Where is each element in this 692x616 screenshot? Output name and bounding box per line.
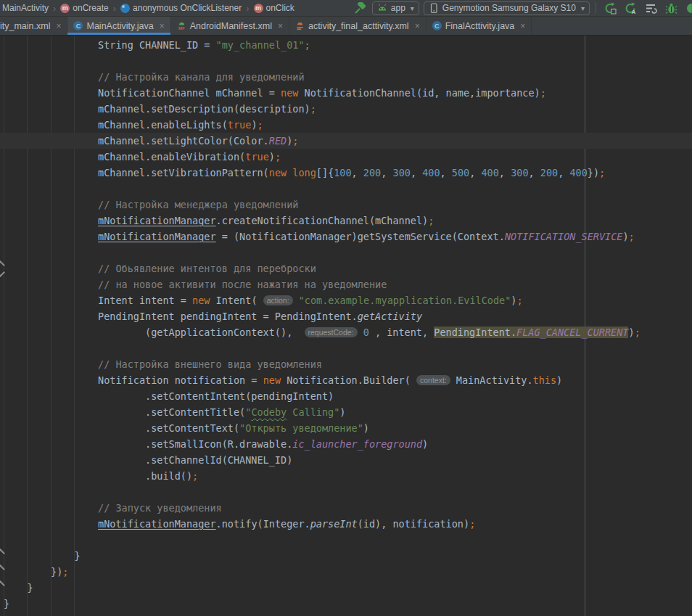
close-tab-icon[interactable]: × xyxy=(278,21,283,31)
breadcrumb: MainActivity › monCreate › anonymous OnC… xyxy=(0,3,295,14)
code-line: String CHANNEL_ID = "my_channel_01"; xyxy=(0,37,692,53)
code-line: mChannel.enableVibration(true); xyxy=(0,149,692,165)
device-label: Genymotion Samsung Galaxy S10 xyxy=(442,3,576,13)
tab-androidmanifest-xml[interactable]: MF AndroidManifest.xml × xyxy=(171,17,289,35)
main-toolbar: MainActivity › monCreate › anonymous OnC… xyxy=(0,0,692,17)
chevron-down-icon: ▾ xyxy=(411,4,414,12)
apply-code-changes-icon[interactable]: A xyxy=(622,1,638,15)
tab-finalacttivity-java[interactable]: C FinalActtivity.java × xyxy=(427,17,532,35)
code-line: mChannel.setDescription(description); xyxy=(0,101,692,117)
code-line: }); xyxy=(0,564,692,580)
tab-label: ity_main.xml xyxy=(0,21,50,31)
code-line xyxy=(0,484,692,500)
code-line: // Запуск уведомления xyxy=(0,500,692,516)
tab-activity-main-xml[interactable]: ity_main.xml × xyxy=(0,17,67,35)
chevron-separator-icon: › xyxy=(113,3,116,14)
code-line: mNotificationManager.createNotificationC… xyxy=(0,213,692,229)
code-line: mChannel.enableLights(true); xyxy=(0,117,692,133)
breadcrumb-label: onCreate xyxy=(73,3,108,13)
code-line: } xyxy=(0,548,692,564)
close-tab-icon[interactable]: × xyxy=(160,21,165,31)
tab-label: activity_final_acttivity.xml xyxy=(308,21,409,31)
tab-activity-final-acttivity-xml[interactable]: activity_final_acttivity.xml × xyxy=(289,17,427,35)
breadcrumb-item-onclick[interactable]: monClick xyxy=(253,3,295,13)
method-icon: m xyxy=(60,4,70,13)
android-icon xyxy=(377,4,387,12)
code-line: // на новое активити после нажатия на ув… xyxy=(0,276,692,292)
tab-mainactivity-java[interactable]: C MainActivity.java × xyxy=(67,17,170,35)
code-line: .setContentTitle("Codeby Calling") xyxy=(0,404,692,420)
device-select[interactable]: Genymotion Samsung Galaxy S10 ▾ xyxy=(424,1,590,15)
tab-label: AndroidManifest.xml xyxy=(190,21,272,31)
profile-icon[interactable] xyxy=(683,1,692,15)
code-line: .setChannelId(CHANNEL_ID) xyxy=(0,452,692,468)
xml-layout-file-icon xyxy=(295,21,305,30)
editor-tab-bar: ity_main.xml × C MainActivity.java × MF … xyxy=(0,17,692,36)
toolbar-divider xyxy=(596,2,596,14)
code-area: String CHANNEL_ID = "my_channel_01"; // … xyxy=(0,36,692,612)
code-line: mNotificationManager.notify(Integer.pars… xyxy=(0,516,692,532)
close-tab-icon[interactable]: × xyxy=(520,21,525,31)
run-list-icon[interactable] xyxy=(643,1,659,15)
manifest-file-icon: MF xyxy=(177,21,186,30)
code-line xyxy=(0,532,692,548)
code-line: // Настройка канала для уведомлений xyxy=(0,69,692,85)
tab-label: FinalActtivity.java xyxy=(445,21,515,31)
java-class-icon: C xyxy=(73,21,83,30)
close-tab-icon[interactable]: × xyxy=(415,21,420,31)
breadcrumb-label: MainActivity xyxy=(2,3,49,13)
toolbar-actions: app ▾ Genymotion Samsung Galaxy S10 ▾ A xyxy=(352,1,692,15)
code-line: // Настройка менеджера уведомлений xyxy=(0,197,692,213)
code-line xyxy=(0,340,692,356)
close-tab-icon[interactable]: × xyxy=(56,21,61,31)
apply-changes-icon[interactable] xyxy=(602,1,618,15)
run-configuration-select[interactable]: app ▾ xyxy=(372,1,419,15)
run-configuration-label: app xyxy=(391,3,405,13)
svg-text:MF: MF xyxy=(178,26,185,30)
chevron-separator-icon: › xyxy=(246,3,249,14)
code-line xyxy=(0,53,692,69)
code-line: .setContentIntent(pendingIntent) xyxy=(0,388,692,404)
code-line: // Настройка внешнего вида уведомления xyxy=(0,356,692,372)
chevron-down-icon: ▾ xyxy=(581,4,585,12)
code-line: NotificationChannel mChannel = new Notif… xyxy=(0,85,692,101)
debug-icon[interactable] xyxy=(663,1,679,15)
code-line: .setSmallIcon(R.drawable.ic_launcher_for… xyxy=(0,436,692,452)
breadcrumb-label: onClick xyxy=(266,3,294,13)
code-line: // Обьявление интентов для переброски xyxy=(0,260,692,276)
code-editor[interactable]: String CHANNEL_ID = "my_channel_01"; // … xyxy=(0,36,692,616)
code-line: mChannel.setVibrationPattern(new long[]{… xyxy=(0,165,692,181)
breadcrumb-item-oncreate[interactable]: monCreate xyxy=(59,3,109,13)
svg-text:A: A xyxy=(631,9,635,15)
build-hammer-icon[interactable] xyxy=(352,1,368,15)
code-line: .setContentText("Открыть уведомление") xyxy=(0,420,692,436)
anonymous-class-icon xyxy=(120,4,130,13)
code-line: .build(); xyxy=(0,468,692,484)
breadcrumb-label: anonymous OnClickListener xyxy=(133,3,242,13)
breadcrumb-item-mainactivity[interactable]: MainActivity xyxy=(1,3,49,13)
chevron-separator-icon: › xyxy=(53,3,56,14)
code-line: } xyxy=(0,596,692,612)
ide-window: MainActivity › monCreate › anonymous OnC… xyxy=(0,0,692,616)
code-line: PendingIntent pendingIntent = PendingInt… xyxy=(0,308,692,324)
code-line xyxy=(0,181,692,197)
code-line xyxy=(0,245,692,260)
tab-label: MainActivity.java xyxy=(86,21,153,31)
breadcrumb-item-anonymous-class[interactable]: anonymous OnClickListener xyxy=(120,3,242,13)
phone-icon xyxy=(429,3,439,14)
code-line: } xyxy=(0,580,692,596)
code-line: (getApplicationContext(), requestCode: 0… xyxy=(0,324,692,340)
method-icon: m xyxy=(254,4,263,13)
code-line: mChannel.setLightColor(Color.RED); xyxy=(0,133,692,149)
code-line: mNotificationManager = (NotificationMana… xyxy=(0,229,692,245)
code-line: Notification notification = new Notifica… xyxy=(0,372,692,388)
code-line: Intent intent = new Intent( action: "com… xyxy=(0,292,692,308)
java-class-icon: C xyxy=(432,21,442,30)
